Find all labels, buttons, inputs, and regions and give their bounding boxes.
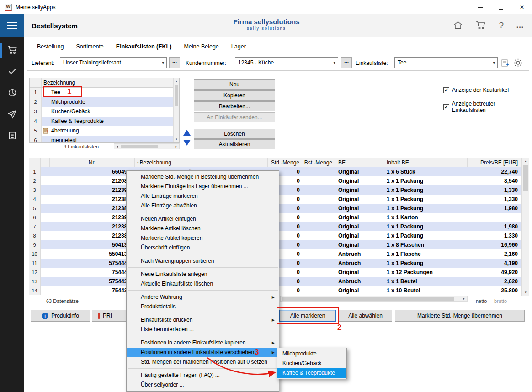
alle-abwaehlen-button[interactable]: Alle abwählen (339, 310, 392, 322)
sidebar-item-bestellung[interactable] (0, 40, 24, 61)
markierte-std-menge-uebernehmen-button[interactable]: Markierte Std.-Menge übernehmen (395, 310, 525, 322)
cart-icon[interactable] (475, 20, 486, 32)
lieferant-select[interactable]: Unser Trainingslieferant ▾ (60, 57, 167, 68)
list-item[interactable]: 3Kuchen/Gebäck (30, 107, 179, 117)
list-item[interactable]: 2Milchprodukte (30, 97, 179, 107)
menu-item-artikel-kopieren[interactable]: Markierte Artikel kopieren (127, 233, 279, 243)
move-down-button[interactable] (183, 140, 191, 146)
scroll-down-icon[interactable]: ▼ (522, 289, 529, 296)
menu-item-andere-waehrung[interactable]: Andere Währung▶ (127, 292, 279, 302)
column-bezeichnung[interactable]: ↑Bezeichnung (135, 158, 268, 167)
aktualisieren-button[interactable]: Aktualisieren (194, 139, 275, 149)
column-preis[interactable]: Preis/BE [EUR] (468, 158, 521, 167)
more-options-icon[interactable]: … (516, 21, 524, 30)
scrollbar-thumb[interactable] (523, 165, 528, 191)
column-bst-menge[interactable]: Bst.-Menge (303, 158, 336, 167)
scroll-right-icon[interactable]: ► (461, 296, 467, 301)
tab-sortimente[interactable]: Sortimente (76, 43, 103, 50)
menu-item-neuen-artikel-einfuegen[interactable]: Neuen Artikel einfügen (127, 214, 279, 224)
netto-label[interactable]: netto (476, 298, 487, 304)
list-item[interactable]: 6menuetest (30, 136, 179, 143)
list-item[interactable]: 54betreuung (30, 126, 179, 136)
scrollbar-thumb[interactable] (121, 145, 158, 148)
tab-lager[interactable]: Lager (231, 43, 246, 50)
export-list-icon[interactable] (501, 58, 510, 69)
column-std-menge[interactable]: Std.-Menge (268, 158, 303, 167)
sidebar-item-senden[interactable] (0, 104, 24, 126)
help-icon[interactable]: ? (499, 21, 504, 31)
home-icon[interactable] (453, 20, 463, 32)
menu-item-positionen-verschieben[interactable]: Positionen in andere Einkaufsliste versc… (127, 348, 279, 357)
menu-item-std-menge-in-bestellung[interactable]: Markierte Std.-Menge in Bestellung übern… (127, 172, 279, 182)
table-horizontal-scrollbar[interactable]: ► (280, 296, 468, 302)
menu-item-ueberschrift-einfuegen[interactable]: Überschrift einfügen (127, 243, 279, 253)
einkaufslisten-table: Bezeichnung 1Tee 2Milchprodukte 3Kuchen/… (29, 78, 180, 143)
scroll-down-icon[interactable]: ▼ (174, 136, 179, 142)
sidebar-item-statistik[interactable] (0, 83, 24, 104)
menu-item-einkaufsliste-loeschen[interactable]: Aktuelle Einkaufsliste löschen (127, 279, 279, 289)
maximize-button[interactable] (490, 0, 511, 14)
scroll-up-icon[interactable]: ▲ (174, 78, 179, 84)
cell-bst-menge (303, 167, 336, 176)
menu-item-liste-herunterladen[interactable]: Liste herunterladen ... (127, 325, 279, 334)
kundennummer-more-button[interactable]: ... (341, 57, 352, 68)
checkbox-betreute-listen[interactable]: ✓ Anzeige betreuter Einkaufslisten (443, 101, 529, 113)
bearbeiten-button[interactable]: Bearbeiten... (194, 101, 275, 111)
table-vertical-scrollbar[interactable]: ▲ ▼ (521, 158, 529, 296)
cell-nr: 212387 (50, 204, 135, 213)
hamburger-menu-icon[interactable] (0, 14, 24, 37)
list-horizontal-scrollbar[interactable]: ◄ ► (114, 143, 180, 149)
menu-item-ueber-sellyorder[interactable]: Über sellyorder ... (127, 380, 279, 390)
alle-markieren-button[interactable]: Alle markieren (279, 310, 336, 322)
scroll-left-icon[interactable]: ◄ (114, 144, 120, 149)
submenu-item-kaffee-teeprodukte[interactable]: Kaffee & Teeprodukte (277, 368, 346, 378)
close-button[interactable]: ✕ (511, 0, 532, 14)
list-count: 9 Einkaufslisten (64, 144, 99, 149)
menu-item-eintraege-ins-lager[interactable]: Markierte Einträge ins Lager übernehmen … (127, 182, 279, 191)
minimize-button[interactable] (469, 0, 490, 14)
submenu-item-kuchen-gebaeck[interactable]: Kuchen/Gebäck (277, 359, 346, 368)
kopieren-button[interactable]: Kopieren (194, 90, 275, 101)
column-be[interactable]: BE (336, 158, 383, 167)
scrollbar-thumb[interactable] (175, 85, 178, 106)
menu-item-einkaufsliste-drucken[interactable]: Einkaufsliste drucken▶ (127, 315, 279, 325)
filter-settings-gear-icon[interactable] (513, 58, 523, 69)
list-item[interactable]: 1Tee (30, 88, 179, 97)
einkaufsliste-select[interactable]: Tee ▾ (394, 57, 498, 68)
cell-preis: 25.800 (468, 286, 521, 295)
sidebar-item-katalog[interactable] (0, 126, 24, 147)
menu-item-alle-eintraege-markieren[interactable]: Alle Einträge markieren (127, 191, 279, 201)
scrollbar-thumb[interactable] (282, 297, 454, 301)
column-inhalt-be[interactable]: Inhalt BE (383, 158, 468, 167)
produktinfo-button[interactable]: i Produktinfo (31, 310, 90, 322)
menu-item-artikel-loeschen[interactable]: Markierte Artikel löschen (127, 224, 279, 233)
cell-preis: 2,620 (468, 277, 521, 286)
menu-item-warengruppen-sortieren[interactable]: Nach Warengruppen sortieren (127, 256, 279, 266)
neu-button[interactable]: Neu (194, 79, 275, 90)
scroll-up-icon[interactable]: ▲ (522, 158, 529, 164)
checkbox-kaufartikel[interactable]: ✓ Anzeige der Kaufartikel (443, 87, 509, 93)
submenu-item-milchprodukte[interactable]: Milchprodukte (277, 349, 346, 359)
scroll-right-icon[interactable]: ► (173, 144, 179, 149)
tab-einkaufslisten[interactable]: Einkaufslisten (EKL) (116, 43, 172, 50)
menu-item-einkaufsliste-anlegen[interactable]: Neue Einkaufsliste anlegen (127, 270, 279, 279)
kundennummer-select[interactable]: 12345 - Küche ▾ (235, 57, 338, 68)
menu-item-std-mengen-auf-0[interactable]: Std. Mengen der markierten Positionen au… (127, 357, 279, 367)
menu-item-faq[interactable]: Häufig gestellte Fragen (FAQ) ... (127, 371, 279, 380)
list-column-bezeichnung[interactable]: Bezeichnung (42, 78, 179, 87)
list-item[interactable]: 4Kaffee & Teeprodukte (30, 117, 179, 126)
menu-item-produktdetails[interactable]: Produktdetails (127, 302, 279, 312)
chevron-down-icon: ▾ (333, 58, 335, 68)
menu-item-positionen-kopieren[interactable]: Positionen in andere Einkaufsliste kopie… (127, 338, 279, 348)
menu-item-alle-eintraege-abwaehlen[interactable]: Alle Einträge abwählen (127, 201, 279, 211)
lieferant-more-button[interactable]: ... (169, 57, 180, 68)
move-up-button[interactable] (183, 130, 191, 136)
tab-bestellung[interactable]: Bestellung (37, 43, 64, 50)
tab-meine-belege[interactable]: Meine Belege (184, 43, 218, 50)
column-nr[interactable]: Nr. (50, 158, 135, 167)
kundennummer-value: 12345 - Küche (238, 59, 274, 66)
brutto-label[interactable]: brutto (494, 298, 507, 304)
list-vertical-scrollbar[interactable]: ▲ ▼ (173, 78, 179, 142)
sidebar-item-freigaben[interactable] (0, 61, 24, 83)
loeschen-button[interactable]: Löschen (194, 129, 275, 139)
